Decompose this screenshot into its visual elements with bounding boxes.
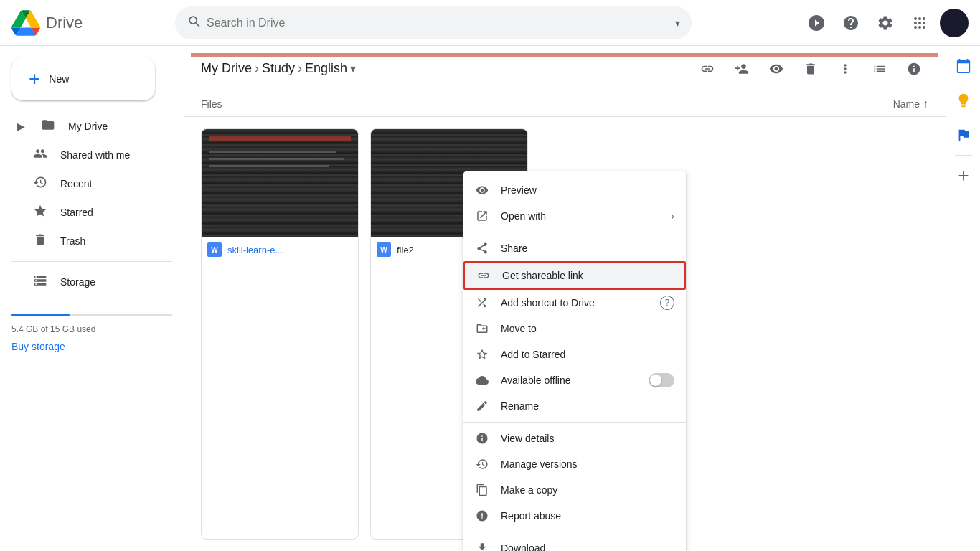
ctx-move-to[interactable]: Move to — [463, 316, 686, 342]
people-icon — [32, 146, 49, 164]
list-view-button[interactable] — [865, 55, 894, 83]
files-label: Files — [201, 98, 893, 110]
ctx-move-to-label: Move to — [501, 323, 674, 334]
link-icon — [476, 268, 491, 283]
sort-button[interactable]: Name ↑ — [893, 98, 928, 110]
ctx-make-copy-label: Make a copy — [501, 484, 674, 496]
help-button[interactable] — [837, 9, 865, 37]
search-dropdown-icon[interactable]: ▾ — [675, 17, 680, 29]
sidebar-item-storage[interactable]: Storage — [0, 268, 172, 296]
storage-used-text: 5.4 GB of 15 GB used — [11, 324, 95, 334]
storage-section: 5.4 GB of 15 GB used Buy storage — [0, 296, 184, 358]
copy-icon — [475, 483, 489, 497]
breadcrumb-current[interactable]: English ▾ — [305, 61, 356, 76]
ctx-manage-versions[interactable]: Manage versions — [463, 451, 686, 477]
ctx-add-shortcut-label: Add shortcut to Drive — [501, 297, 649, 309]
ctx-add-starred[interactable]: Add to Starred — [463, 342, 686, 367]
ctx-rename[interactable]: Rename — [463, 393, 686, 419]
breadcrumb-dropdown-icon[interactable]: ▾ — [350, 62, 356, 75]
sidebar-item-trash[interactable]: Trash — [0, 227, 172, 255]
flag-icon — [475, 509, 489, 523]
file-name-1: skill-learn-e... — [227, 245, 352, 255]
drive-logo — [11, 9, 40, 37]
ctx-open-with[interactable]: Open with › — [463, 203, 686, 229]
ctx-report-abuse-label: Report abuse — [501, 510, 674, 522]
right-panel — [946, 46, 980, 551]
star-icon — [32, 204, 49, 222]
topbar: Drive ▾ — [0, 0, 980, 46]
file-word-icon-1: W — [207, 242, 222, 257]
ctx-offline-label: Available offline — [501, 375, 637, 386]
sidebar-storage-label: Storage — [60, 276, 95, 288]
content-area: My Drive › Study › English ▾ — [184, 46, 946, 551]
apps-button[interactable] — [905, 9, 934, 37]
pencil-icon — [475, 399, 489, 413]
context-menu: Preview Open with › Share Ge — [463, 171, 686, 551]
sidebar-item-starred[interactable]: Starred — [0, 198, 172, 227]
calendar-icon[interactable] — [949, 52, 978, 80]
open-with-arrow-icon: › — [671, 210, 674, 222]
sidebar-item-shared[interactable]: Shared with me — [0, 141, 172, 169]
preview-button[interactable] — [762, 55, 791, 83]
storage-icon — [32, 273, 49, 291]
ctx-download[interactable]: Download — [463, 535, 686, 551]
ctx-manage-versions-label: Manage versions — [501, 458, 674, 470]
search-input[interactable] — [207, 17, 669, 29]
ctx-rename-label: Rename — [501, 400, 674, 412]
sidebar-item-recent[interactable]: Recent — [0, 169, 172, 198]
add-person-button[interactable] — [727, 55, 756, 83]
search-bar[interactable]: ▾ — [175, 6, 692, 39]
logo-area: Drive — [11, 9, 169, 37]
sidebar-item-label: Shared with me — [60, 149, 130, 161]
sort-arrow-icon: ↑ — [923, 98, 928, 110]
ctx-share-label: Share — [501, 242, 674, 254]
breadcrumb-arrow-1: › — [255, 61, 259, 76]
offline-icon — [475, 373, 489, 387]
task-icon[interactable] — [949, 121, 978, 149]
sidebar-item-label: My Drive — [68, 121, 108, 132]
rp-add-icon[interactable] — [949, 161, 978, 190]
toggle-knob — [650, 375, 661, 386]
files-header: Files Name ↑ — [184, 92, 946, 117]
account-circle-button[interactable] — [802, 9, 831, 37]
folder-move-icon — [475, 321, 489, 336]
expand-icon: ▶ — [17, 121, 25, 132]
new-button[interactable]: + New — [11, 57, 155, 100]
breadcrumb-study[interactable]: Study — [262, 61, 295, 76]
more-actions-button[interactable] — [831, 55, 859, 83]
ctx-divider-3 — [463, 532, 686, 532]
offline-toggle[interactable] — [649, 373, 674, 387]
info-button[interactable] — [900, 55, 928, 83]
settings-button[interactable] — [871, 9, 900, 37]
ctx-preview[interactable]: Preview — [463, 177, 686, 203]
ctx-get-link[interactable]: Get shareable link — [463, 261, 686, 290]
clock-icon — [32, 175, 49, 193]
ctx-divider-2 — [463, 422, 686, 423]
ctx-make-copy[interactable]: Make a copy — [463, 477, 686, 503]
share-link-button[interactable] — [693, 55, 722, 83]
breadcrumb-my-drive[interactable]: My Drive — [201, 61, 252, 76]
file-item-1[interactable]: W skill-learn-e... — [201, 128, 359, 540]
ctx-report-abuse[interactable]: Report abuse — [463, 503, 686, 529]
ctx-view-details[interactable]: View details — [463, 425, 686, 451]
file-word-icon-2: W — [377, 242, 391, 257]
sidebar-item-my-drive[interactable]: ▶ My Drive — [0, 112, 172, 141]
ctx-share[interactable]: Share — [463, 235, 686, 261]
user-avatar[interactable] — [940, 9, 969, 37]
storage-bar-bg — [11, 314, 172, 316]
app-name: Drive — [46, 14, 83, 32]
file-thumbnail-1 — [202, 129, 358, 237]
shortcut-help-icon: ? — [660, 296, 674, 310]
topbar-right — [802, 9, 969, 37]
buy-storage-link[interactable]: Buy storage — [11, 341, 172, 352]
lightbulb-icon[interactable] — [949, 86, 978, 115]
delete-button[interactable] — [796, 55, 825, 83]
ctx-download-label: Download — [501, 542, 674, 551]
ctx-offline[interactable]: Available offline — [463, 367, 686, 393]
folder-icon — [39, 118, 57, 136]
ctx-add-shortcut[interactable]: Add shortcut to Drive ? — [463, 290, 686, 316]
plus-icon: + — [29, 69, 40, 89]
breadcrumb-arrow-2: › — [298, 61, 302, 76]
storage-bar-fill — [11, 314, 70, 316]
file-footer-1: W skill-learn-e... — [202, 237, 358, 263]
